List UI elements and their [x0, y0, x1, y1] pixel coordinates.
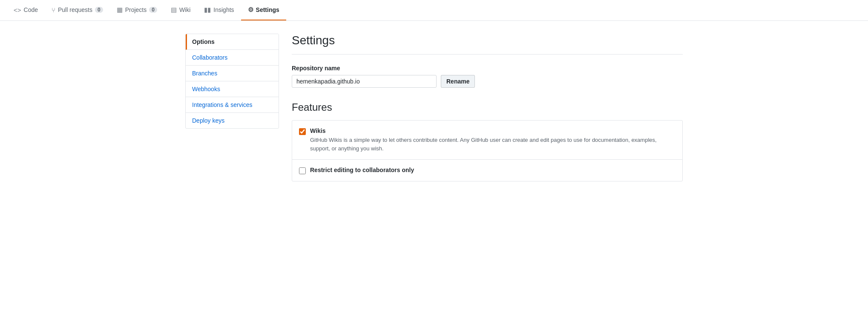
feature-restrict-editing: Restrict editing to collaborators only: [292, 160, 682, 181]
tab-projects-label: Projects: [125, 6, 147, 13]
restrict-editing-content: Restrict editing to collaborators only: [310, 167, 414, 173]
projects-icon: ▦: [117, 6, 123, 14]
code-icon: <>: [14, 6, 21, 14]
page-title: Settings: [292, 34, 683, 47]
wikis-description: GitHub Wikis is a simple way to let othe…: [310, 136, 675, 152]
sidebar-item-deploy-keys[interactable]: Deploy keys: [186, 113, 279, 128]
features-box: Wikis GitHub Wikis is a simple way to le…: [292, 120, 683, 181]
tab-settings-label: Settings: [256, 6, 279, 13]
features-heading: Features: [292, 101, 683, 113]
restrict-editing-checkbox[interactable]: [299, 167, 306, 174]
sidebar-item-webhooks[interactable]: Webhooks: [186, 81, 279, 97]
sidebar-item-branches[interactable]: Branches: [186, 66, 279, 81]
feature-wikis: Wikis GitHub Wikis is a simple way to le…: [292, 121, 682, 160]
projects-badge: 0: [149, 7, 157, 13]
sidebar-item-options[interactable]: Options: [186, 34, 279, 50]
settings-icon: ⚙: [248, 6, 253, 14]
title-divider: [292, 54, 683, 55]
tab-pull-requests[interactable]: ⑂ Pull requests 0: [45, 0, 110, 20]
pull-requests-badge: 0: [95, 7, 103, 13]
tab-pull-requests-label: Pull requests: [58, 6, 92, 13]
restrict-editing-title: Restrict editing to collaborators only: [310, 167, 414, 173]
top-nav: <> Code ⑂ Pull requests 0 ▦ Projects 0 ▤…: [0, 0, 868, 21]
sidebar-item-integrations[interactable]: Integrations & services: [186, 97, 279, 113]
sidebar-item-collaborators[interactable]: Collaborators: [186, 50, 279, 66]
settings-content: Settings Repository name Rename Features…: [292, 34, 683, 181]
main-layout: Options Collaborators Branches Webhooks …: [178, 21, 690, 194]
tab-code[interactable]: <> Code: [7, 0, 45, 20]
wiki-icon: ▤: [171, 6, 177, 14]
pull-request-icon: ⑂: [52, 6, 55, 14]
rename-button[interactable]: Rename: [441, 75, 475, 88]
sidebar: Options Collaborators Branches Webhooks …: [185, 34, 279, 181]
tab-projects[interactable]: ▦ Projects 0: [110, 0, 164, 20]
tab-wiki-label: Wiki: [179, 6, 190, 13]
insights-icon: ▮▮: [204, 6, 211, 14]
tab-insights-label: Insights: [213, 6, 234, 13]
wikis-title: Wikis: [310, 127, 675, 134]
wikis-content: Wikis GitHub Wikis is a simple way to le…: [310, 127, 675, 152]
tab-insights[interactable]: ▮▮ Insights: [197, 0, 241, 20]
repo-name-input[interactable]: [292, 75, 437, 88]
repo-name-label: Repository name: [292, 65, 683, 72]
wikis-checkbox[interactable]: [299, 128, 306, 135]
repo-name-row: Rename: [292, 75, 683, 88]
tab-code-label: Code: [24, 6, 38, 13]
tab-wiki[interactable]: ▤ Wiki: [164, 0, 197, 20]
sidebar-nav: Options Collaborators Branches Webhooks …: [185, 34, 279, 129]
tab-settings[interactable]: ⚙ Settings: [241, 0, 286, 20]
